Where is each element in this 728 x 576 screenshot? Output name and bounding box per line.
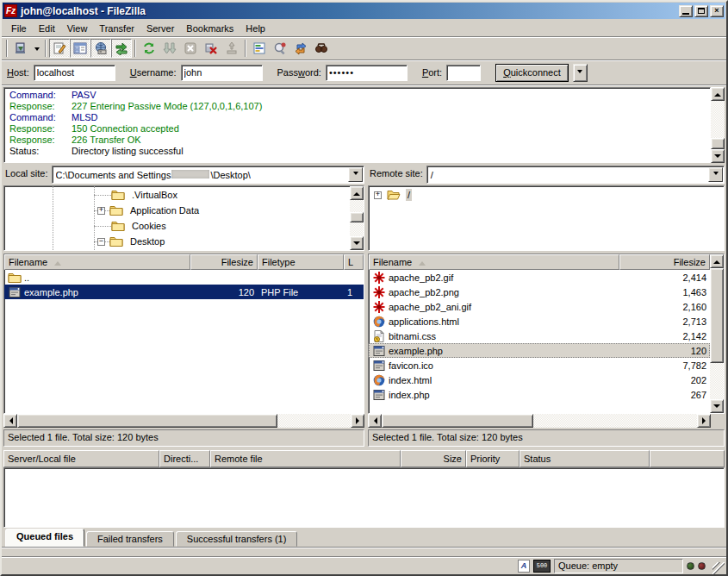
filesize-cell: 2,713	[619, 314, 710, 329]
message-log-scrollbar[interactable]	[711, 87, 725, 163]
find-files-button[interactable]	[311, 39, 332, 58]
port-input[interactable]	[446, 65, 481, 81]
filter-icon	[252, 41, 266, 55]
queue-column-server-local-file[interactable]: Server/Local file	[3, 450, 159, 467]
queue-column-remote-file[interactable]: Remote file	[210, 450, 401, 467]
close-button[interactable]: ×	[710, 5, 724, 17]
remote-site-dropdown[interactable]	[708, 167, 723, 182]
queue-column-size[interactable]: Size	[401, 450, 466, 467]
tree-item-application-data[interactable]: +Application Data	[4, 203, 350, 218]
scrollbar-thumb[interactable]	[710, 268, 724, 363]
file-row-apache_pb2_ani-gif[interactable]: apache_pb2_ani.gif2,160	[369, 299, 710, 314]
toggle-remote-tree-button[interactable]	[90, 39, 111, 58]
scrollbar-thumb[interactable]	[382, 414, 533, 428]
queue-column-directi-[interactable]: Directi...	[159, 450, 210, 467]
toggle-message-log-button[interactable]	[49, 39, 70, 58]
maximize-button[interactable]	[694, 5, 708, 17]
disconnect-button[interactable]	[201, 39, 221, 58]
site-manager-dropdown[interactable]	[31, 39, 42, 58]
file-row--[interactable]: ..	[4, 270, 364, 285]
tab-queued-files[interactable]: Queued files	[5, 529, 84, 547]
file-row-apache_pb2-gif[interactable]: apache_pb2.gif2,414	[369, 270, 710, 285]
file-row-bitnami-css[interactable]: bitnami.css2,142	[369, 329, 710, 343]
scroll-left-button[interactable]	[368, 414, 382, 428]
scroll-right-button[interactable]	[351, 414, 364, 428]
chevron-down-icon	[353, 172, 358, 178]
menu-item-help[interactable]: Help	[240, 22, 271, 35]
queue-column-status[interactable]: Status	[520, 450, 650, 467]
local-list-hscrollbar[interactable]	[3, 414, 364, 428]
process-queue-button[interactable]	[159, 39, 180, 58]
scrollbar-thumb[interactable]	[17, 414, 277, 428]
tree-item-desktop[interactable]: −Desktop	[4, 234, 350, 249]
expand-icon[interactable]: +	[374, 191, 382, 199]
cancel-button[interactable]	[180, 39, 201, 58]
file-row-example-php[interactable]: example.php120PHP File1	[4, 285, 364, 299]
local-site-dropdown[interactable]	[348, 167, 363, 182]
scroll-down-button[interactable]	[350, 236, 364, 250]
toggle-local-tree-button[interactable]	[70, 39, 90, 58]
column-header-filesize[interactable]: Filesize	[190, 254, 258, 270]
scroll-up-button[interactable]	[350, 186, 364, 200]
directory-comparison-button[interactable]	[270, 39, 290, 58]
remote-site-combo[interactable]: /	[426, 166, 725, 184]
scrollbar-thumb[interactable]	[711, 138, 725, 149]
column-header-filetype[interactable]: Filetype	[258, 254, 344, 270]
scroll-left-button[interactable]	[3, 414, 17, 428]
file-row-favicon-ico[interactable]: favicon.ico7,782	[369, 358, 710, 373]
resize-grip[interactable]	[712, 562, 725, 574]
file-row-index-php[interactable]: index.php267	[369, 387, 710, 402]
transfer-type-icon[interactable]: A	[518, 560, 530, 573]
message-log: Command:PASVResponse:227 Entering Passiv…	[3, 87, 711, 163]
collapse-icon[interactable]: −	[97, 238, 105, 246]
scroll-up-button[interactable]	[711, 87, 725, 101]
local-site-combo[interactable]: C:\Documents and Settings\Desktop\	[52, 166, 364, 184]
scroll-right-button[interactable]	[697, 414, 711, 428]
tree-item-label: .VirtualBox	[130, 189, 179, 201]
remote-list-hscrollbar[interactable]	[368, 414, 725, 428]
synchronized-browsing-button[interactable]	[290, 39, 311, 58]
menu-item-server[interactable]: Server	[140, 22, 180, 35]
host-input[interactable]	[34, 65, 115, 81]
menu-item-file[interactable]: File	[5, 22, 33, 35]
remote-list-scrollbar[interactable]	[710, 254, 724, 413]
tree-item--virtualbox[interactable]: .VirtualBox	[4, 187, 350, 203]
menu-item-edit[interactable]: Edit	[33, 22, 61, 35]
filename-label: example.php	[389, 346, 443, 356]
scrollbar-thumb[interactable]	[350, 212, 364, 222]
tab-failed-transfers[interactable]: Failed transfers	[86, 531, 174, 547]
column-header-filesize[interactable]: Filesize	[619, 254, 710, 270]
column-header-filename[interactable]: Filename	[4, 254, 190, 270]
php-file-icon	[372, 344, 386, 358]
quickconnect-button[interactable]: Quickconnect	[495, 64, 569, 82]
password-input[interactable]	[326, 65, 408, 81]
tree-item-cookies[interactable]: Cookies	[4, 218, 350, 234]
menu-item-view[interactable]: View	[61, 22, 94, 35]
file-row-applications-html[interactable]: applications.html2,713	[369, 314, 710, 329]
tab-successful-transfers-1-[interactable]: Successful transfers (1)	[176, 531, 298, 547]
site-manager-button[interactable]	[10, 39, 31, 58]
menu-item-transfer[interactable]: Transfer	[93, 22, 140, 35]
tree-item-root[interactable]: +/	[369, 187, 724, 203]
local-tree-scrollbar[interactable]	[350, 186, 364, 250]
scroll-down-button[interactable]	[711, 149, 725, 163]
toggle-transfer-queue-button[interactable]	[111, 39, 132, 58]
file-row-example-php[interactable]: example.php120	[369, 343, 710, 358]
filter-button[interactable]	[249, 39, 270, 58]
minimize-button[interactable]	[679, 5, 693, 17]
title-bar: Fz john@localhost - FileZilla ×	[3, 3, 725, 19]
refresh-button[interactable]	[139, 39, 159, 58]
expand-icon[interactable]: +	[97, 207, 105, 215]
queue-column-priority[interactable]: Priority	[466, 450, 520, 467]
scroll-down-button[interactable]	[710, 399, 724, 413]
scroll-up-button[interactable]	[710, 254, 724, 268]
file-row-apache_pb2-png[interactable]: apache_pb2.png1,463	[369, 285, 710, 299]
reconnect-button[interactable]	[221, 39, 242, 58]
file-row-index-html[interactable]: index.html202	[369, 373, 710, 387]
username-input[interactable]	[181, 65, 263, 81]
menu-item-bookmarks[interactable]: Bookmarks	[180, 22, 240, 35]
speed-limits-icon[interactable]: 500	[533, 560, 551, 573]
quickconnect-dropdown[interactable]	[573, 64, 588, 82]
column-header-filename[interactable]: Filename	[369, 254, 619, 270]
column-header-l[interactable]: L	[344, 254, 364, 270]
